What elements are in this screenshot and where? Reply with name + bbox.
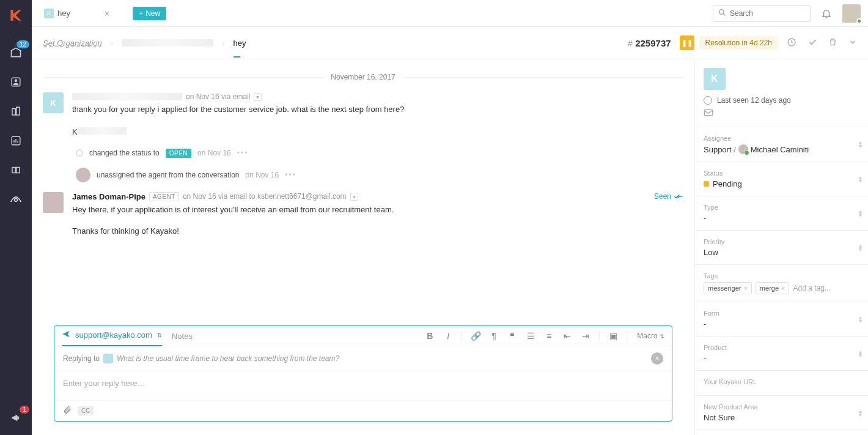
status-open-pill: OPEN (166, 149, 191, 158)
inbox-badge: 12 (17, 40, 29, 48)
brand-logo-icon[interactable] (8, 7, 24, 23)
type-field[interactable]: Type - ▴▾ (695, 196, 868, 230)
svg-point-5 (15, 198, 18, 201)
image-icon[interactable]: ▣ (608, 331, 618, 341)
message-customer: K on Nov 16 via email ▾ thank you for yo… (43, 92, 683, 136)
bold-icon[interactable]: B (425, 331, 435, 341)
rail-orgs-icon[interactable] (7, 103, 24, 120)
customer-name-redacted[interactable] (122, 39, 213, 46)
search-input[interactable] (730, 9, 805, 18)
priority-field[interactable]: Priority Low ▴▾ (695, 230, 868, 264)
search-icon (718, 9, 726, 18)
user-avatar[interactable] (842, 4, 861, 23)
svg-rect-2 (12, 109, 15, 116)
updown-icon[interactable]: ▴▾ (859, 210, 862, 217)
message-text: Hey there, if your application is of int… (72, 204, 683, 217)
updown-icon[interactable]: ▴▾ (859, 350, 862, 357)
message-agent: James Doman-Pipe AGENT on Nov 16 via ema… (43, 192, 683, 238)
form-field[interactable]: Form - ▴▾ (695, 302, 868, 336)
kayako-url-field[interactable]: Your Kayako URL (695, 370, 868, 395)
updown-icon[interactable]: ▴▾ (859, 409, 862, 417)
set-organization-link[interactable]: Set Organization (43, 39, 102, 48)
status-field[interactable]: Status Pending ▴▾ (695, 162, 868, 196)
editor-toolbar: B I 🔗 ¶ ❝ ☰ ≡ ⇤ ⇥ ▣ (425, 330, 627, 341)
context-avatar (103, 354, 113, 363)
indent-icon[interactable]: ⇥ (581, 331, 590, 341)
customer-avatar: K (43, 92, 64, 113)
svg-rect-8 (704, 110, 712, 115)
cc-button[interactable]: CC (78, 406, 94, 415)
check-icon[interactable] (807, 37, 817, 49)
rail-announce-icon[interactable]: 1 (7, 409, 24, 426)
rail-reports-icon[interactable] (7, 132, 24, 149)
updown-icon[interactable]: ▴▾ (859, 176, 862, 183)
rail-inbox-icon[interactable]: 12 (7, 44, 24, 61)
tag-item[interactable]: merge× (756, 282, 790, 294)
ticket-header: Set Organization › › hey # 2259737 ❚❚ Re… (32, 27, 868, 59)
resolution-pill[interactable]: ❚❚ Resolution in 4d 22h (680, 35, 778, 50)
link-icon[interactable]: 🔗 (471, 331, 480, 341)
unordered-list-icon[interactable]: ≡ (544, 331, 554, 341)
tags-field[interactable]: Tags messenger× merge× Add a tag... (695, 264, 868, 302)
message-text: thank you for your reply i applied for t… (72, 103, 683, 116)
updown-icon[interactable]: ▴▾ (859, 141, 862, 148)
more-icon[interactable]: ••• (237, 149, 249, 157)
rail-views-icon[interactable] (7, 191, 24, 208)
attachment-icon[interactable] (63, 406, 72, 416)
updown-icon[interactable]: ▴▾ (859, 244, 862, 251)
customer-name-redacted (72, 93, 182, 100)
announce-badge: 1 (20, 406, 29, 414)
macro-dropdown[interactable]: Macro ⇅ (637, 332, 664, 340)
message-dropdown-icon[interactable]: ▾ (254, 93, 262, 101)
tag-item[interactable]: messenger× (704, 282, 752, 294)
search-box[interactable] (713, 5, 811, 22)
message-text: Thanks for thinking of Kayako! (72, 225, 683, 238)
new-button-label: New (145, 9, 160, 18)
clock-icon[interactable] (787, 37, 796, 49)
svg-point-1 (15, 80, 18, 83)
rail-contacts-icon[interactable] (7, 73, 24, 91)
quote-icon[interactable]: ❝ (507, 331, 517, 341)
outdent-icon[interactable]: ⇤ (562, 331, 572, 341)
svg-rect-3 (17, 107, 20, 115)
message-signature: K (72, 127, 683, 136)
tab-avatar: K (44, 9, 54, 18)
more-icon[interactable]: ••• (285, 171, 296, 179)
agent-badge: AGENT (149, 192, 179, 201)
message-timestamp: on Nov 16 via email (186, 92, 250, 101)
rail-knowledge-icon[interactable] (7, 162, 24, 179)
product-field[interactable]: Product - ▴▾ (695, 336, 868, 370)
add-tag-input[interactable]: Add a tag... (793, 284, 830, 292)
message-timestamp: on Nov 16 via email to ksbennett6671@gma… (183, 192, 347, 201)
pause-icon: ❚❚ (680, 35, 694, 50)
chevron-down-icon[interactable] (848, 38, 857, 48)
updown-icon[interactable]: ▴▾ (859, 316, 862, 323)
updown-icon: ⇅ (157, 332, 162, 338)
message-dropdown-icon[interactable]: ▾ (350, 193, 358, 201)
tab-title: hey (57, 9, 70, 18)
notifications-icon[interactable] (819, 6, 834, 21)
reply-textarea[interactable] (63, 379, 663, 391)
remove-context-icon[interactable]: × (651, 352, 663, 365)
ordered-list-icon[interactable]: ☰ (526, 331, 535, 341)
assignee-field[interactable]: Assignee Support Michael Caminiti ▴▾ (695, 127, 868, 162)
email-icon[interactable] (704, 108, 859, 118)
conversation-tab[interactable]: K hey × (39, 6, 114, 21)
conversation-thread: November 16, 2017 K on Nov 16 via email … (32, 59, 694, 435)
trash-icon[interactable] (828, 37, 837, 48)
ticket-title[interactable]: hey (234, 39, 246, 48)
reply-from-tab[interactable]: support@kayako.com ⇅ (62, 330, 162, 346)
remove-tag-icon[interactable]: × (743, 284, 747, 292)
unassign-log-entry: unassigned the agent from the conversati… (76, 168, 683, 182)
new-button[interactable]: + New (133, 7, 166, 20)
remove-tag-icon[interactable]: × (781, 284, 785, 292)
context-quote: What is the usual time frame to hear bac… (117, 354, 339, 363)
italic-icon[interactable]: I (443, 331, 453, 341)
paragraph-icon[interactable]: ¶ (489, 331, 499, 341)
notes-tab[interactable]: Notes (172, 332, 193, 341)
close-tab-icon[interactable]: × (105, 9, 109, 18)
follow-up-field[interactable]: Follow up ▴▾ (695, 429, 868, 435)
new-product-area-field[interactable]: New Product Area Not Sure ▴▾ (695, 395, 868, 429)
agent-name: James Doman-Pipe (72, 192, 145, 201)
last-seen: Last seen 12 days ago (704, 96, 859, 105)
